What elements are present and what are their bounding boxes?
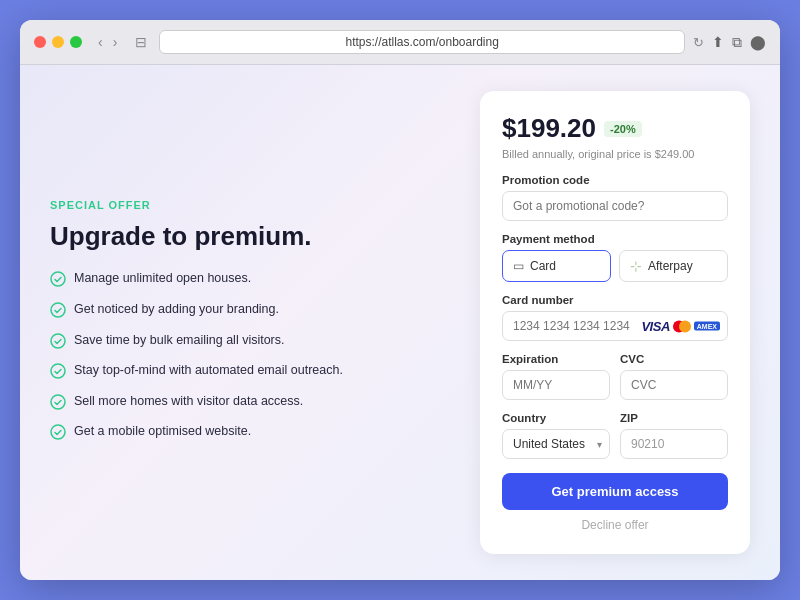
discount-badge: -20%	[604, 121, 642, 137]
card-number-wrapper: VISA AMEX	[502, 311, 728, 341]
list-item: Save time by bulk emailing all visitors.	[50, 332, 440, 355]
features-list: Manage unlimited open houses.Get noticed…	[50, 270, 440, 446]
price-row: $199.20 -20%	[502, 113, 728, 144]
nav-buttons: ‹ ›	[94, 32, 121, 52]
expiration-input[interactable]	[502, 370, 610, 400]
left-panel: SPECIAL OFFER Upgrade to premium. Manage…	[50, 199, 440, 446]
expiry-cvc-row: Expiration CVC	[502, 353, 728, 400]
promo-input[interactable]	[502, 191, 728, 221]
zip-input[interactable]	[620, 429, 728, 459]
feature-text: Get a mobile optimised website.	[74, 423, 251, 441]
profile-button[interactable]: ⬤	[750, 34, 766, 50]
back-button[interactable]: ‹	[94, 32, 107, 52]
card-label: Card	[530, 259, 556, 273]
payment-method-label: Payment method	[502, 233, 728, 245]
amex-logo: AMEX	[694, 322, 720, 331]
reload-icon[interactable]: ↻	[693, 35, 704, 50]
svg-point-4	[51, 395, 65, 409]
decline-button[interactable]: Decline offer	[502, 518, 728, 532]
feature-text: Sell more homes with visitor data access…	[74, 393, 303, 411]
maximize-dot[interactable]	[70, 36, 82, 48]
sidebar-button[interactable]: ⊟	[131, 32, 151, 52]
feature-text: Stay top-of-mind with automated email ou…	[74, 362, 343, 380]
billed-text: Billed annually, original price is $249.…	[502, 148, 728, 160]
card-number-label: Card number	[502, 294, 728, 306]
country-select[interactable]: United States Canada United Kingdom	[502, 429, 610, 459]
country-label: Country	[502, 412, 610, 424]
url-bar[interactable]: https://atllas.com/onboarding	[159, 30, 685, 54]
upgrade-title: Upgrade to premium.	[50, 221, 440, 252]
special-offer-label: SPECIAL OFFER	[50, 199, 440, 211]
country-col: Country United States Canada United King…	[502, 412, 610, 459]
svg-point-3	[51, 364, 65, 378]
list-item: Stay top-of-mind with automated email ou…	[50, 362, 440, 385]
feature-text: Get noticed by adding your branding.	[74, 301, 279, 319]
cvc-input[interactable]	[620, 370, 728, 400]
check-icon	[50, 424, 66, 446]
afterpay-icon: ⊹	[630, 258, 642, 274]
check-icon	[50, 394, 66, 416]
mastercard-logo	[673, 320, 691, 332]
browser-content: SPECIAL OFFER Upgrade to premium. Manage…	[20, 65, 780, 580]
list-item: Manage unlimited open houses.	[50, 270, 440, 293]
feature-text: Save time by bulk emailing all visitors.	[74, 332, 285, 350]
feature-text: Manage unlimited open houses.	[74, 270, 251, 288]
check-icon	[50, 363, 66, 385]
tabs-button[interactable]: ⧉	[732, 34, 742, 51]
expiration-label: Expiration	[502, 353, 610, 365]
list-item: Get noticed by adding your branding.	[50, 301, 440, 324]
zip-label: ZIP	[620, 412, 728, 424]
check-icon	[50, 302, 66, 324]
promo-label: Promotion code	[502, 174, 728, 186]
forward-button[interactable]: ›	[109, 32, 122, 52]
check-icon	[50, 333, 66, 355]
card-icon: ▭	[513, 259, 524, 273]
cvc-col: CVC	[620, 353, 728, 400]
payment-panel: $199.20 -20% Billed annually, original p…	[480, 91, 750, 554]
page-layout: SPECIAL OFFER Upgrade to premium. Manage…	[50, 91, 750, 554]
payment-method-row: ▭ Card ⊹ Afterpay	[502, 250, 728, 282]
card-logos: VISA AMEX	[641, 319, 720, 334]
visa-logo: VISA	[641, 319, 669, 334]
country-select-wrapper: United States Canada United Kingdom ▾	[502, 429, 610, 459]
expiry-col: Expiration	[502, 353, 610, 400]
list-item: Sell more homes with visitor data access…	[50, 393, 440, 416]
browser-actions: ⬆ ⧉ ⬤	[712, 34, 766, 51]
submit-button[interactable]: Get premium access	[502, 473, 728, 510]
country-zip-row: Country United States Canada United King…	[502, 412, 728, 459]
close-dot[interactable]	[34, 36, 46, 48]
afterpay-payment-option[interactable]: ⊹ Afterpay	[619, 250, 728, 282]
afterpay-label: Afterpay	[648, 259, 693, 273]
list-item: Get a mobile optimised website.	[50, 423, 440, 446]
svg-point-1	[51, 303, 65, 317]
zip-col: ZIP	[620, 412, 728, 459]
svg-point-0	[51, 272, 65, 286]
card-payment-option[interactable]: ▭ Card	[502, 250, 611, 282]
share-button[interactable]: ⬆	[712, 34, 724, 50]
browser-bar: ‹ › ⊟ https://atllas.com/onboarding ↻ ⬆ …	[20, 20, 780, 65]
svg-point-2	[51, 334, 65, 348]
minimize-dot[interactable]	[52, 36, 64, 48]
svg-point-5	[51, 425, 65, 439]
cvc-label: CVC	[620, 353, 728, 365]
browser-window: ‹ › ⊟ https://atllas.com/onboarding ↻ ⬆ …	[20, 20, 780, 580]
price: $199.20	[502, 113, 596, 144]
check-icon	[50, 271, 66, 293]
traffic-lights	[34, 36, 82, 48]
url-text: https://atllas.com/onboarding	[345, 35, 498, 49]
